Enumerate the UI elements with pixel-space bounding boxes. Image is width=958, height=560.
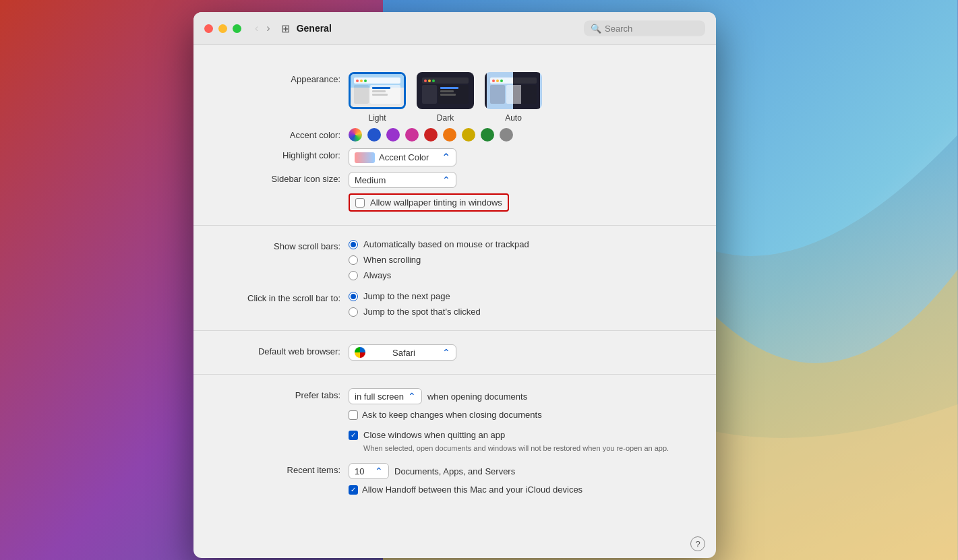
scroll-always-radio[interactable] xyxy=(349,271,358,280)
scroll-bars-radio-group: Automatically based on mouse or trackpad… xyxy=(349,239,529,280)
close-windows-row: ✓ Close windows when quitting an app Whe… xyxy=(193,427,716,455)
browser-section: Default web browser: Safari ⌃ xyxy=(193,331,716,375)
forward-button[interactable]: › xyxy=(264,22,272,35)
default-browser-dropdown[interactable]: Safari ⌃ xyxy=(349,344,456,361)
titlebar: ‹ › ⊞ General 🔍 xyxy=(193,12,716,45)
default-browser-content: Safari ⌃ xyxy=(349,344,696,361)
accent-pink[interactable] xyxy=(405,128,419,142)
highlight-color-preview xyxy=(355,152,375,163)
search-input[interactable] xyxy=(605,24,698,34)
appearance-option-light[interactable]: Light xyxy=(349,72,406,123)
jump-page-radio[interactable] xyxy=(349,292,358,301)
click-scroll-radio-group: Jump to the next page Jump to the spot t… xyxy=(349,291,481,317)
close-button[interactable] xyxy=(204,24,213,33)
search-icon: 🔍 xyxy=(591,24,601,34)
scroll-bars-section: Show scroll bars: Automatically based on… xyxy=(193,226,716,331)
accent-red[interactable] xyxy=(424,128,438,142)
recent-items-suffix: Documents, Apps, and Servers xyxy=(394,466,515,476)
highlight-stepper-icon: ⌃ xyxy=(442,151,450,164)
appearance-row: Appearance: xyxy=(193,69,716,125)
sidebar-icon-size-value: Medium xyxy=(355,175,386,185)
window-title: General xyxy=(297,23,332,34)
grid-icon[interactable]: ⊞ xyxy=(281,22,290,35)
wallpaper-tinting-checkbox-row[interactable]: Allow wallpaper tinting in windows xyxy=(349,193,509,212)
jump-spot-row: Jump to the spot that's clicked xyxy=(349,307,481,317)
scroll-auto-radio[interactable] xyxy=(349,240,358,249)
appearance-section: Appearance: xyxy=(193,59,716,226)
prefer-tabs-dropdown[interactable]: in full screen ⌃ xyxy=(349,388,422,404)
scroll-scrolling-label: When scrolling xyxy=(363,255,421,265)
recent-items-content: 10 ⌃ Documents, Apps, and Servers xyxy=(349,463,696,479)
ask-keep-changes-row: Ask to keep changes when closing documen… xyxy=(193,407,716,427)
show-scroll-bars-row: Show scroll bars: Automatically based on… xyxy=(193,237,716,283)
accent-blue[interactable] xyxy=(367,128,381,142)
browser-value: Safari xyxy=(392,348,415,358)
jump-page-row: Jump to the next page xyxy=(349,291,481,301)
search-box[interactable]: 🔍 xyxy=(584,21,705,36)
click-scroll-label: Click in the scroll bar to: xyxy=(214,291,349,303)
accent-purple[interactable] xyxy=(386,128,400,142)
ask-keep-changes-checkbox[interactable] xyxy=(349,410,358,420)
accent-multicolor[interactable] xyxy=(349,128,362,142)
wallpaper-tinting-spacer xyxy=(214,193,349,195)
highlight-color-value: Accent Color xyxy=(379,152,438,162)
tabs-stepper-icon: ⌃ xyxy=(408,391,416,402)
appearance-thumb-light xyxy=(349,72,406,109)
click-scroll-row: Click in the scroll bar to: Jump to the … xyxy=(193,288,716,319)
ask-keep-changes-content: Ask to keep changes when closing documen… xyxy=(349,410,696,420)
scroll-always-row: Always xyxy=(349,270,529,280)
highlight-color-content: Accent Color ⌃ xyxy=(349,148,696,166)
handoff-content: ✓ Allow Handoff between this Mac and you… xyxy=(349,485,696,495)
appearance-thumb-auto xyxy=(485,72,542,109)
handoff-checkbox[interactable]: ✓ xyxy=(349,485,358,495)
settings-content: Appearance: xyxy=(193,45,716,558)
click-scroll-content: Jump to the next page Jump to the spot t… xyxy=(349,291,696,317)
traffic-lights xyxy=(204,24,241,33)
highlight-color-label: Highlight color: xyxy=(214,148,349,160)
appearance-thumb-dark xyxy=(417,72,474,109)
scroll-scrolling-radio[interactable] xyxy=(349,255,358,265)
wallpaper-tinting-label: Allow wallpaper tinting in windows xyxy=(370,197,502,208)
prefer-tabs-content: in full screen ⌃ when opening documents xyxy=(349,388,696,404)
handoff-spacer xyxy=(214,485,349,487)
close-windows-checkbox[interactable]: ✓ xyxy=(349,431,358,440)
ask-keep-changes-label: Ask to keep changes when closing documen… xyxy=(362,410,542,420)
help-button[interactable]: ? xyxy=(690,536,705,551)
appearance-options: Light xyxy=(349,72,696,123)
close-windows-note: When selected, open documents and window… xyxy=(363,444,669,452)
scroll-auto-row: Automatically based on mouse or trackpad xyxy=(349,239,529,249)
default-browser-row: Default web browser: Safari ⌃ xyxy=(193,342,716,363)
recent-items-dropdown[interactable]: 10 ⌃ xyxy=(349,463,389,479)
ask-keep-changes-spacer xyxy=(214,410,349,412)
appearance-label-dark: Dark xyxy=(437,113,454,123)
back-button[interactable]: ‹ xyxy=(252,22,261,35)
default-browser-label: Default web browser: xyxy=(214,344,349,356)
accent-yellow[interactable] xyxy=(462,128,475,142)
wallpaper-tinting-checkbox[interactable] xyxy=(355,198,365,208)
appearance-label-auto: Auto xyxy=(505,113,522,123)
appearance-option-dark[interactable]: Dark xyxy=(417,72,474,123)
recent-items-row: Recent items: 10 ⌃ Documents, Apps, and … xyxy=(193,460,716,482)
sidebar-icon-size-content: Medium ⌃ xyxy=(349,172,696,188)
show-scroll-bars-label: Show scroll bars: xyxy=(214,239,349,251)
appearance-label-light: Light xyxy=(368,113,386,123)
prefer-tabs-value: in full screen xyxy=(355,392,404,402)
appearance-label: Appearance: xyxy=(214,72,349,84)
sidebar-icon-size-dropdown[interactable]: Medium ⌃ xyxy=(349,172,456,188)
highlight-color-dropdown[interactable]: Accent Color ⌃ xyxy=(349,148,456,166)
jump-page-label: Jump to the next page xyxy=(363,291,450,301)
browser-stepper-icon: ⌃ xyxy=(442,347,450,358)
maximize-button[interactable] xyxy=(233,24,241,33)
wallpaper-tinting-content: Allow wallpaper tinting in windows xyxy=(349,193,696,212)
accent-graphite[interactable] xyxy=(500,128,513,142)
accent-color-row: Accent color: xyxy=(193,125,716,146)
accent-orange[interactable] xyxy=(443,128,456,142)
accent-green[interactable] xyxy=(481,128,494,142)
sidebar-icon-size-row: Sidebar icon size: Medium ⌃ xyxy=(193,169,716,191)
recent-items-value: 10 xyxy=(355,466,364,476)
jump-spot-radio[interactable] xyxy=(349,307,358,317)
handoff-label: Allow Handoff between this Mac and your … xyxy=(362,485,582,495)
highlight-color-row: Highlight color: Accent Color ⌃ xyxy=(193,146,716,169)
appearance-option-auto[interactable]: Auto xyxy=(485,72,542,123)
minimize-button[interactable] xyxy=(218,24,227,33)
